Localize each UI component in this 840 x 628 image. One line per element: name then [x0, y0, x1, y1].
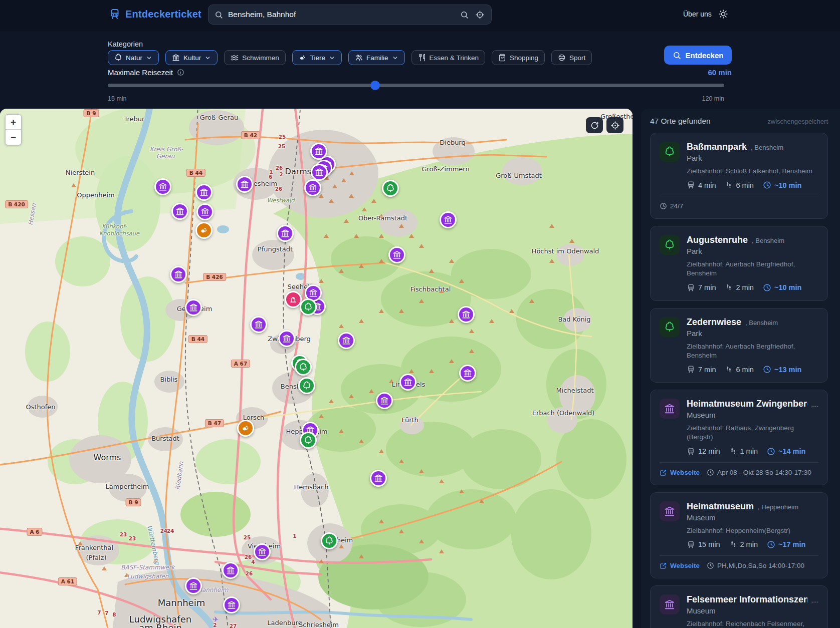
museum-marker[interactable]	[223, 596, 240, 613]
museum-marker[interactable]	[304, 179, 321, 196]
travel-time-slider[interactable]	[108, 84, 724, 87]
museum-marker[interactable]	[185, 577, 202, 594]
category-chip-kultur[interactable]: Kultur	[165, 50, 218, 65]
museum-marker[interactable]	[170, 266, 187, 283]
animal-marker[interactable]	[237, 420, 254, 437]
map[interactable]: TreburGroß-GerauGroßostheimNiersteinOppe…	[0, 109, 633, 628]
map-locate-button[interactable]	[606, 117, 623, 133]
museum-marker[interactable]	[399, 374, 416, 391]
museum-marker[interactable]	[278, 330, 295, 347]
museum-marker[interactable]	[277, 225, 294, 242]
park-marker[interactable]	[298, 377, 315, 394]
footprints-icon	[729, 540, 737, 548]
category-chip-schwimmen[interactable]: Schwimmen	[224, 50, 286, 65]
museum-marker[interactable]	[250, 316, 267, 333]
museum-marker[interactable]	[222, 562, 239, 579]
opening-hours: PH,Mi,Do,Sa,So 14:00-17:00	[707, 562, 804, 569]
opening-hours: Apr 08 - Okt 28 So 14:30-17:30	[707, 469, 811, 476]
museum-icon	[664, 599, 675, 610]
search-bar[interactable]: Bensheim, Bahnhof	[208, 5, 492, 25]
park-marker[interactable]	[321, 532, 338, 549]
website-link[interactable]: Webseite	[660, 469, 700, 476]
category-chip-natur[interactable]: Natur	[108, 50, 159, 65]
place-name: Felsenmeer Informationszentrum	[687, 594, 807, 605]
place-name: Heimatmuseum Zwingenberg	[687, 399, 807, 409]
about-link[interactable]: Über uns	[683, 10, 712, 18]
search-submit-button[interactable]	[459, 10, 470, 20]
place-category: Park	[687, 247, 818, 255]
museum-marker[interactable]	[458, 306, 475, 323]
walk-time: 6 min	[725, 366, 753, 374]
map-refresh-button[interactable]	[586, 117, 603, 133]
category-chip-tiere[interactable]: Tiere	[292, 50, 342, 65]
category-chip-shopping[interactable]: Shopping	[492, 50, 545, 65]
total-time: ~10 min	[763, 181, 801, 189]
monument-marker-icon	[289, 295, 298, 304]
museum-marker[interactable]	[376, 392, 393, 409]
walk-time: 6 min	[725, 181, 753, 189]
chip-label: Familie	[366, 54, 388, 62]
result-card[interactable]: Felsenmeer Informationszentrum ,... Muse…	[650, 585, 828, 628]
app-title: Entdeckerticket	[125, 9, 201, 20]
chip-label: Natur	[126, 54, 142, 62]
park-marker[interactable]	[382, 180, 399, 197]
results-count: 47 Orte gefunden	[650, 117, 711, 126]
park-marker-icon	[302, 381, 311, 390]
result-card[interactable]: Heimatmuseum Zwingenberg ,... Museum Zie…	[650, 390, 828, 485]
app-logo[interactable]: Entdeckerticket	[109, 8, 201, 20]
museum-marker[interactable]	[388, 246, 405, 263]
museum-marker[interactable]	[440, 211, 457, 228]
crosshair-icon	[476, 11, 484, 19]
tree-icon	[664, 239, 675, 250]
clock-icon	[767, 540, 775, 549]
museum-marker[interactable]	[185, 299, 202, 316]
result-card[interactable]: Heimatmuseum , Heppenheim Museum Zielbah…	[650, 492, 828, 578]
park-marker-icon	[304, 302, 313, 311]
museum-icon	[664, 506, 675, 517]
train-time: 7 min	[687, 283, 716, 292]
zoom-in-button[interactable]: +	[6, 115, 21, 130]
category-chip-sport[interactable]: Sport	[551, 50, 592, 65]
train-time: 4 min	[687, 181, 716, 189]
museum-marker[interactable]	[171, 203, 188, 220]
info-icon[interactable]	[177, 69, 184, 76]
museum-marker[interactable]	[254, 543, 271, 560]
museum-marker-icon	[200, 207, 209, 216]
museum-marker[interactable]	[196, 203, 214, 220]
result-card[interactable]: Baßmannpark , Bensheim Park Zielbahnhof:…	[650, 133, 828, 219]
museum-marker[interactable]	[459, 365, 476, 382]
museum-marker[interactable]	[338, 332, 355, 349]
park-marker[interactable]	[295, 359, 312, 376]
result-card[interactable]: Augustenruhe , Bensheim Park Zielbahnhof…	[650, 226, 828, 300]
target-station: Zielbahnhof: Reichenbach Felsenmeer, Lau…	[687, 619, 818, 628]
zoom-out-button[interactable]: −	[6, 130, 21, 145]
museum-marker[interactable]	[311, 164, 328, 181]
slider-max-label: 120 min	[674, 95, 724, 102]
discover-button[interactable]: Entdecken	[664, 46, 732, 65]
locate-me-button[interactable]	[475, 10, 485, 20]
category-chip-essen-trinken[interactable]: Essen & Trinken	[411, 50, 485, 65]
opening-hours: 24/7	[660, 202, 683, 210]
park-marker[interactable]	[300, 432, 317, 449]
museum-marker[interactable]	[195, 184, 213, 201]
park-marker[interactable]	[300, 298, 317, 316]
museum-marker[interactable]	[236, 176, 253, 193]
museum-marker[interactable]	[154, 178, 171, 195]
museum-marker-icon	[282, 334, 291, 343]
monument-marker[interactable]	[285, 291, 302, 308]
search-input[interactable]: Bensheim, Bahnhof	[228, 10, 454, 19]
park-marker-icon	[299, 363, 308, 372]
theme-toggle-button[interactable]	[717, 8, 729, 20]
result-card[interactable]: Zedernwiese , Bensheim Park Zielbahnhof:…	[650, 308, 828, 383]
walk-time: 2 min	[725, 283, 753, 291]
museum-marker[interactable]	[310, 143, 327, 160]
museum-marker-icon	[189, 581, 198, 590]
website-link[interactable]: Webseite	[660, 562, 700, 569]
footprints-icon	[725, 181, 733, 189]
target-station: Zielbahnhof: Heppenheim(Bergstr)	[687, 526, 818, 535]
museum-marker[interactable]	[370, 470, 387, 487]
slider-thumb[interactable]	[370, 81, 380, 90]
category-chip-familie[interactable]: Familie	[348, 50, 405, 65]
animal-marker[interactable]	[195, 222, 213, 239]
museum-marker-icon	[309, 288, 318, 297]
